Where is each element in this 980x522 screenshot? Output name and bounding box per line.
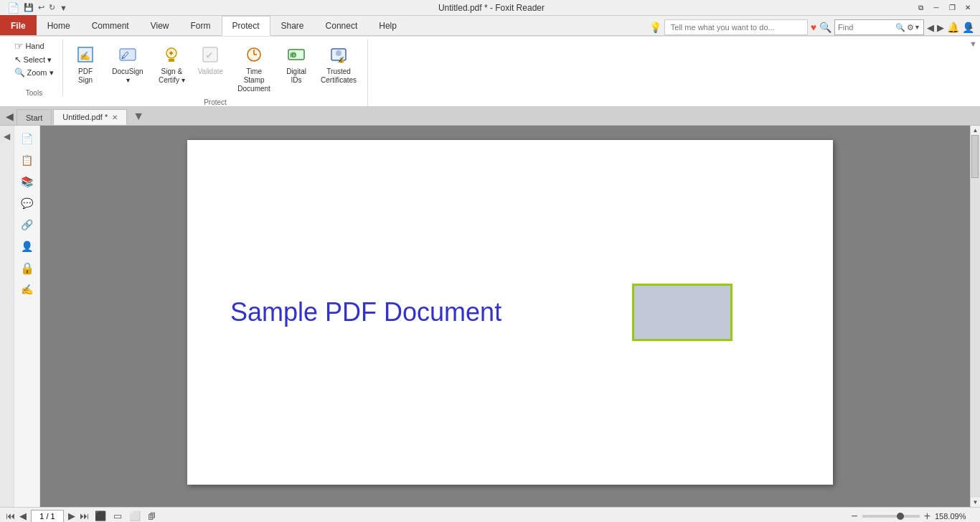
find-settings-icon[interactable]: ⚙ <box>907 23 914 32</box>
sidebar-link-icon[interactable]: 🔗 <box>17 215 37 235</box>
sidebar-stamp-icon[interactable]: ✍ <box>17 279 37 299</box>
digital-ids-label: DigitalIDs <box>286 67 306 85</box>
ribbon-content: ☞ Hand ↖ Select ▾ 🔍 Zoom ▾ Tools ✍ <box>0 36 980 107</box>
pdf-sign-button[interactable]: ✍ PDFSign <box>69 39 102 88</box>
last-page-button[interactable]: ⏭ <box>80 511 89 521</box>
find-search-icon[interactable]: 🔍 <box>895 23 905 32</box>
validate-icon: ✔ <box>199 43 222 66</box>
portfolio-icon[interactable]: 🗐 <box>146 512 157 521</box>
svg-point-16 <box>336 50 341 56</box>
zoom-slider[interactable] <box>862 515 920 518</box>
tell-me-input[interactable] <box>671 23 786 32</box>
tab-untitled-pdf[interactable]: Untitled.pdf * ✕ <box>53 109 127 125</box>
validate-button[interactable]: ✔ Validate <box>193 39 228 80</box>
pdf-viewer: Sample PDF Document ▲ ▼ <box>40 126 980 507</box>
ribbon-minimize-icon[interactable]: ▼ <box>969 39 977 48</box>
page-number-input[interactable] <box>33 512 62 521</box>
sidebar-lock-icon[interactable]: 🔒 <box>17 258 37 278</box>
pdf-sample-text: Sample PDF Document <box>230 297 501 327</box>
ribbon-collapse-button[interactable]: ▲ <box>963 20 977 32</box>
sidebar-comment-icon[interactable]: 💬 <box>17 193 37 213</box>
tell-me-bar[interactable] <box>664 19 808 35</box>
window-controls: ⧉ ─ ❐ ✕ <box>914 2 974 14</box>
title-bar: 📄 💾 ↩ ↻ ▼ Untitled.pdf * - Foxit Reader … <box>0 0 980 16</box>
zoom-percent-label: 158.09% <box>935 512 974 521</box>
first-page-button[interactable]: ⏮ <box>6 511 15 521</box>
vertical-scrollbar[interactable]: ▲ ▼ <box>970 126 980 507</box>
digital-ids-button[interactable]: ID DigitalIDs <box>280 39 313 88</box>
restore-button[interactable]: ❐ <box>946 2 958 14</box>
tab-form[interactable]: Form <box>180 15 222 35</box>
sign-certify-button[interactable]: ✦ Sign &Certify ▾ <box>154 39 190 88</box>
page-input-container <box>31 510 64 523</box>
quick-undo-icon[interactable]: ↩ <box>37 2 46 13</box>
tab-connect[interactable]: Connect <box>315 15 369 35</box>
minimize-button[interactable]: ─ <box>930 2 943 14</box>
close-button[interactable]: ✕ <box>961 2 974 14</box>
zoom-in-button[interactable]: + <box>924 510 930 523</box>
timestamp-button[interactable]: Time StampDocument <box>231 39 277 97</box>
tab-start[interactable]: Start <box>17 109 52 125</box>
tab-comment[interactable]: Comment <box>81 15 140 35</box>
sidebar-layers-icon[interactable]: 📚 <box>17 172 37 192</box>
protect-buttons: ✍ PDFSign 🖊 DocuSign ▾ <box>69 39 362 97</box>
continuous-page-icon[interactable]: ▭ <box>112 511 123 521</box>
two-page-icon[interactable]: ⬜ <box>128 511 142 521</box>
tab-help[interactable]: Help <box>368 15 407 35</box>
trusted-certs-button[interactable]: 🔏 TrustedCertificates <box>316 39 362 88</box>
svg-text:🔏: 🔏 <box>337 56 344 63</box>
docu-sign-button[interactable]: 🖊 DocuSign ▾ <box>105 39 151 88</box>
zoom-area: − + 158.09% <box>851 510 974 523</box>
protect-group-label: Protect <box>69 97 362 106</box>
scroll-down-button[interactable]: ▼ <box>971 498 980 507</box>
scroll-track <box>971 135 980 498</box>
status-bar: ⏮ ◀ ▶ ⏭ ⬛ ▭ ⬜ 🗐 − + 158.09% <box>0 507 980 522</box>
nav-forward-icon[interactable]: ▶ <box>937 22 944 33</box>
zoom-tool-button[interactable]: 🔍 Zoom ▾ <box>12 67 55 78</box>
search-user-icon[interactable]: 🔍 <box>819 22 831 33</box>
docu-sign-icon: 🖊 <box>116 43 139 66</box>
close-tab-icon[interactable]: ✕ <box>112 113 118 121</box>
quick-save-icon[interactable]: 💾 <box>22 2 35 13</box>
select-tool-button[interactable]: ↖ Select ▾ <box>12 54 54 65</box>
nav-back-icon[interactable]: ◀ <box>927 22 934 33</box>
add-tab-button[interactable]: ▼ <box>130 108 147 124</box>
favorites-icon[interactable]: ♥ <box>811 22 816 33</box>
find-dropdown-icon[interactable]: ▼ <box>914 24 920 31</box>
tab-nav-left[interactable]: ◀ <box>3 109 17 123</box>
lightbulb-icon: 💡 <box>649 22 661 33</box>
trusted-certs-label: TrustedCertificates <box>321 67 357 85</box>
tab-row-right: 💡 ♥ 🔍 🔍 ⚙ ▼ ◀ ▶ 🔔 👤 <box>649 19 980 35</box>
next-page-button[interactable]: ▶ <box>68 511 75 521</box>
find-bar[interactable]: 🔍 ⚙ ▼ <box>834 19 924 35</box>
tab-protect[interactable]: Protect <box>222 16 270 36</box>
signature-placeholder-box[interactable] <box>632 284 732 341</box>
notification-icon[interactable]: 🔔 <box>947 22 959 33</box>
zoom-slider-thumb <box>897 513 904 520</box>
quick-dropdown-icon[interactable]: ▼ <box>58 3 69 13</box>
tools-group-label: Tools <box>11 88 57 97</box>
tab-view[interactable]: View <box>140 15 180 35</box>
quick-redo-icon[interactable]: ↻ <box>47 2 57 13</box>
hand-tool-button[interactable]: ☞ Hand <box>12 39 46 52</box>
svg-text:ID: ID <box>290 52 297 59</box>
scroll-up-button[interactable]: ▲ <box>971 126 980 135</box>
sidebar-signature-icon[interactable]: 👤 <box>17 236 37 256</box>
tab-home[interactable]: Home <box>37 15 81 35</box>
tab-file[interactable]: File <box>0 15 37 35</box>
protect-group: ✍ PDFSign 🖊 DocuSign ▾ <box>63 39 368 106</box>
window-title: Untitled.pdf * - Foxit Reader <box>69 3 914 13</box>
prev-page-button[interactable]: ◀ <box>19 511 27 521</box>
zoom-out-button[interactable]: − <box>851 510 857 523</box>
find-input[interactable] <box>838 23 895 32</box>
sidebar-thumbnail-icon[interactable]: 📄 <box>17 129 37 149</box>
sidebar-bookmark-icon[interactable]: 📋 <box>17 150 37 170</box>
tile-icon[interactable]: ⧉ <box>914 2 927 14</box>
single-page-icon[interactable]: ⬛ <box>93 511 108 521</box>
tab-share[interactable]: Share <box>270 15 315 35</box>
scroll-thumb[interactable] <box>971 135 979 178</box>
ribbon-tab-row: File Home Comment View Form Protect Shar… <box>0 16 980 36</box>
docu-sign-label: DocuSign ▾ <box>110 67 146 85</box>
sidebar-collapse-arrow[interactable]: ◀ <box>4 131 10 141</box>
tools-group: ☞ Hand ↖ Select ▾ 🔍 Zoom ▾ Tools <box>6 39 63 97</box>
